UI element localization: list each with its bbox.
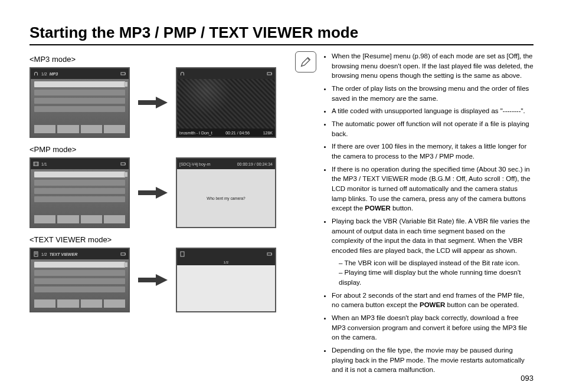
pmp-player-topbar: [SDC]-V4j boy-m 00:00:19 / 00:24:34 (177, 159, 275, 169)
pmp-thumb-bar (34, 215, 125, 223)
svg-rect-1 (125, 73, 126, 74)
pmp-player-screen: [SDC]-V4j boy-m 00:00:19 / 00:24:34 Who … (176, 157, 276, 228)
list-item (34, 180, 125, 186)
note-text: Playing back the VBR (Variable Bit Rate)… (332, 218, 530, 254)
thumb (81, 215, 102, 223)
power-word: POWER (420, 301, 445, 308)
thumb (81, 125, 102, 133)
list-item (34, 196, 125, 202)
text-mode-row: 1/2 TEXT VIEWER (30, 248, 283, 312)
examples-column: <MP3 mode> 1/2 MP3 (30, 51, 283, 378)
mp3-file-list (31, 79, 129, 117)
mp3-browser-topbar: 1/2 MP3 (31, 68, 129, 79)
text-icon (179, 251, 185, 257)
notes-column: When the [Resume] menu (p.98) of each mo… (295, 51, 533, 378)
pmp-count: 1/1 (41, 162, 47, 166)
text-browser-topbar: 1/2 TEXT VIEWER (31, 249, 129, 259)
note-text: If there is no operation during the spec… (332, 166, 531, 212)
thumb (81, 299, 102, 308)
headphone-icon (33, 71, 39, 77)
mp3-title-text: MP3 (50, 72, 58, 76)
mp3-browser-screen: 1/2 MP3 (30, 67, 130, 138)
thumb (104, 215, 125, 223)
note-item: When an MP3 file doesn't play back corre… (332, 313, 533, 342)
svg-rect-4 (34, 162, 38, 166)
power-word: POWER (365, 205, 390, 212)
battery-icon (120, 71, 126, 77)
svg-rect-15 (267, 253, 271, 255)
mp3-thumb-bar (34, 125, 125, 133)
battery-icon (267, 251, 273, 257)
note-sublist: The VBR icon will be displayed instead o… (332, 258, 533, 288)
text-file-list (31, 259, 129, 297)
svg-rect-16 (271, 253, 272, 255)
note-item: Depending on the file type, the movie ma… (332, 345, 533, 375)
note-item: A title coded with unsupported language … (332, 106, 533, 116)
page-number: 093 (521, 374, 533, 383)
mp3-player-bar: brosmith - I Don_t 00:21 / 04:56 128K (177, 129, 275, 137)
content-area: <MP3 mode> 1/2 MP3 (30, 51, 533, 378)
list-item (34, 188, 125, 194)
list-item (34, 81, 125, 87)
svg-rect-13 (125, 253, 126, 255)
note-subitem: The VBR icon will be displayed instead o… (339, 258, 533, 268)
list-item (34, 90, 125, 95)
list-item (34, 278, 125, 284)
pmp-mode-row: 1/1 (30, 157, 283, 228)
note-item: If there is no operation during the spec… (332, 164, 533, 213)
list-item (34, 172, 125, 177)
thumb (34, 215, 55, 223)
text-browser-screen: 1/2 TEXT VIEWER (30, 248, 130, 312)
thumb (104, 299, 125, 308)
mp3-player-visual: brosmith - I Don_t 00:21 / 04:56 128K (177, 79, 275, 137)
text-thumb-bar (34, 299, 125, 308)
list-item (34, 106, 125, 112)
text-viewer-body: 1/2 (177, 259, 275, 311)
pmp-browser-screen: 1/1 (30, 157, 130, 228)
headphone-icon (179, 71, 185, 77)
note-item: If there are over 100 files in the memor… (332, 141, 533, 161)
pmp-caption: Who bent my camera? (207, 196, 245, 200)
text-icon (33, 251, 39, 257)
track-time: 00:21 / 04:56 (225, 131, 250, 135)
thumb (57, 215, 78, 223)
track-title: brosmith - I Don_t (179, 131, 212, 135)
note-item: For about 2 seconds of the start and end… (332, 291, 533, 310)
mp3-mode-label: <MP3 mode> (30, 55, 283, 64)
svg-rect-14 (181, 252, 184, 256)
svg-rect-3 (271, 73, 272, 74)
text-viewer-screen: 1/2 (176, 248, 276, 312)
film-icon (33, 161, 39, 167)
note-item: The automatic power off function will no… (332, 119, 533, 139)
note-text: button can be operated. (445, 301, 519, 308)
thumb (57, 125, 78, 133)
arrow-icon (138, 95, 168, 110)
pmp-player-body: Who bent my camera? (177, 169, 275, 227)
title-bar: Starting the MP3 / PMP / TEXT VIEWER mod… (30, 24, 533, 45)
arrow-icon (138, 186, 168, 200)
svg-rect-2 (267, 73, 271, 75)
pmp-player-file: [SDC]-V4j boy-m (179, 162, 211, 166)
thumb (34, 299, 55, 308)
note-text: button. (391, 205, 413, 212)
note-item: The order of play lists on the browsing … (332, 84, 533, 103)
svg-rect-0 (121, 73, 125, 75)
mp3-mode-row: 1/2 MP3 (30, 67, 283, 138)
list-item (34, 270, 125, 276)
thumb (57, 299, 78, 308)
mp3-browser-body (31, 79, 129, 137)
mp3-player-screen: brosmith - I Don_t 00:21 / 04:56 128K (176, 67, 276, 138)
pmp-browser-body (31, 169, 129, 227)
note-icon (295, 51, 316, 73)
pmp-player-time: 00:00:19 / 00:24:34 (237, 162, 273, 166)
text-mode-label: <TEXT VIEWER mode> (30, 235, 283, 244)
pmp-file-list (31, 169, 129, 207)
svg-rect-12 (121, 253, 125, 255)
list-item (34, 262, 125, 268)
thumb (104, 125, 125, 133)
notes-list: When the [Resume] menu (p.98) of each mo… (322, 51, 533, 378)
list-item (34, 98, 125, 104)
track-bitrate: 128K (263, 131, 273, 135)
note-subitem: Playing time will display but the whole … (339, 268, 533, 287)
page-title: Starting the MP3 / PMP / TEXT VIEWER mod… (30, 24, 533, 42)
